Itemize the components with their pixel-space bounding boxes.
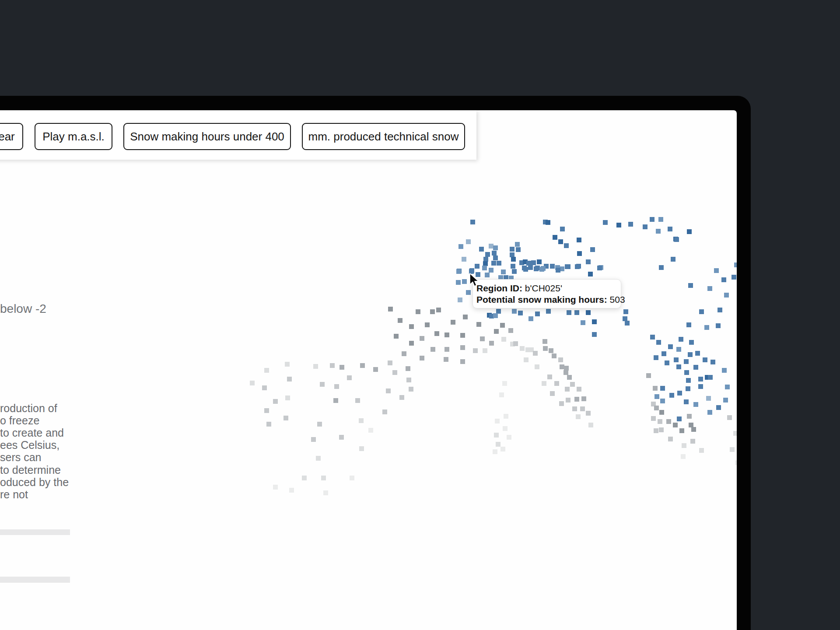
scatter-point[interactable]	[710, 360, 715, 364]
scatter-point[interactable]	[695, 351, 700, 356]
scatter-point[interactable]	[673, 423, 678, 427]
scatter-point[interactable]	[368, 428, 373, 433]
scatter-point[interactable]	[388, 360, 392, 365]
scatter-point[interactable]	[567, 375, 572, 380]
scatter-point[interactable]	[516, 247, 521, 252]
scatter-point[interactable]	[552, 354, 556, 358]
scatter-point[interactable]	[500, 447, 505, 452]
scatter-point[interactable]	[475, 264, 480, 269]
scatter-point[interactable]	[671, 257, 676, 262]
scatter-point[interactable]	[482, 266, 487, 270]
scatter-point[interactable]	[556, 268, 560, 273]
scatter-point[interactable]	[503, 426, 508, 431]
scatter-point[interactable]	[658, 217, 663, 222]
scatter-point[interactable]	[592, 332, 597, 337]
scatter-point[interactable]	[323, 490, 328, 495]
scatter-point[interactable]	[689, 340, 694, 345]
scatter-point[interactable]	[588, 272, 593, 276]
scatter-point[interactable]	[533, 351, 538, 356]
scatter-point[interactable]	[485, 273, 490, 277]
scatter-point[interactable]	[550, 264, 555, 269]
scatter-point[interactable]	[317, 422, 322, 427]
scatter-point[interactable]	[470, 220, 475, 224]
snow-making-hours-under-400-button[interactable]: Snow making hours under 400	[123, 123, 291, 150]
scatter-point[interactable]	[653, 386, 658, 391]
scatter-point[interactable]	[388, 307, 393, 312]
scatter-point[interactable]	[287, 377, 292, 382]
scatter-point[interactable]	[727, 415, 732, 420]
scatter-point[interactable]	[497, 261, 501, 266]
scatter-point[interactable]	[537, 259, 542, 264]
scatter-point[interactable]	[643, 224, 648, 229]
scatter-point[interactable]	[586, 259, 591, 264]
scatter-point[interactable]	[603, 220, 608, 225]
scatter-point[interactable]	[668, 227, 672, 231]
scatter-point[interactable]	[493, 313, 498, 318]
scatter-point[interactable]	[350, 476, 354, 480]
scatter-point[interactable]	[262, 385, 267, 390]
scatter-point[interactable]	[553, 235, 557, 240]
scatter-point[interactable]	[581, 320, 585, 325]
scatter-point[interactable]	[500, 323, 505, 328]
scatter-point[interactable]	[684, 359, 689, 364]
scatter-point[interactable]	[718, 308, 722, 312]
scatter-point[interactable]	[654, 355, 658, 360]
scatter-point[interactable]	[399, 395, 404, 400]
scatter-point[interactable]	[674, 237, 679, 242]
scatter-point[interactable]	[289, 488, 294, 493]
scatter-point[interactable]	[565, 264, 570, 269]
scatter-point[interactable]	[316, 456, 321, 461]
scatter-point[interactable]	[513, 341, 518, 346]
scatter-point[interactable]	[460, 333, 465, 338]
scatter-point[interactable]	[559, 401, 564, 406]
scatter-point[interactable]	[456, 280, 461, 285]
scatter-point[interactable]	[707, 286, 712, 291]
scatter-point[interactable]	[334, 384, 339, 389]
scatter-point[interactable]	[535, 312, 540, 316]
scatter-point[interactable]	[444, 332, 449, 337]
scatter-point[interactable]	[659, 410, 664, 415]
scatter-point[interactable]	[302, 476, 307, 480]
scatter-point[interactable]	[402, 351, 406, 356]
scatter-point[interactable]	[491, 261, 496, 266]
scatter-point[interactable]	[406, 366, 410, 371]
scatter-point[interactable]	[577, 238, 581, 242]
scatter-point[interactable]	[416, 309, 420, 314]
scatter-point[interactable]	[656, 340, 661, 345]
scatter-point[interactable]	[434, 331, 439, 336]
scatter-point[interactable]	[687, 229, 692, 234]
scatter-point[interactable]	[581, 396, 586, 401]
scatter-point[interactable]	[541, 266, 546, 271]
scatter-point[interactable]	[546, 220, 550, 225]
scatter-point[interactable]	[688, 352, 693, 357]
scatter-point[interactable]	[273, 485, 278, 490]
scatter-point[interactable]	[730, 447, 735, 452]
scatter-point[interactable]	[436, 308, 441, 312]
scatter-point[interactable]	[466, 239, 471, 244]
scatter-point[interactable]	[444, 347, 449, 352]
scatter-point[interactable]	[460, 345, 465, 350]
scatter-point[interactable]	[528, 316, 533, 321]
scatter-point[interactable]	[690, 439, 695, 444]
scatter-point[interactable]	[686, 322, 691, 327]
scatter-point[interactable]	[347, 375, 352, 380]
scatter-point[interactable]	[698, 377, 703, 382]
scatter-point[interactable]	[493, 449, 497, 454]
scatter-point[interactable]	[676, 347, 681, 352]
scatter-point[interactable]	[666, 419, 671, 424]
scatter-point[interactable]	[501, 337, 506, 342]
scatter-point[interactable]	[586, 411, 591, 416]
scatter-point[interactable]	[273, 399, 278, 404]
scatter-point[interactable]	[733, 431, 737, 436]
scatter-point[interactable]	[592, 319, 597, 324]
scatter-point[interactable]	[451, 320, 455, 325]
scatter-point[interactable]	[462, 257, 466, 262]
scatter-point[interactable]	[485, 252, 490, 257]
scatter-point[interactable]	[665, 360, 669, 365]
scatter-point[interactable]	[321, 476, 326, 480]
scatter-point[interactable]	[409, 387, 413, 392]
scatter-point[interactable]	[574, 310, 579, 315]
scatter-point[interactable]	[677, 416, 682, 421]
scatter-point[interactable]	[654, 406, 659, 410]
scatter-point[interactable]	[577, 387, 581, 392]
